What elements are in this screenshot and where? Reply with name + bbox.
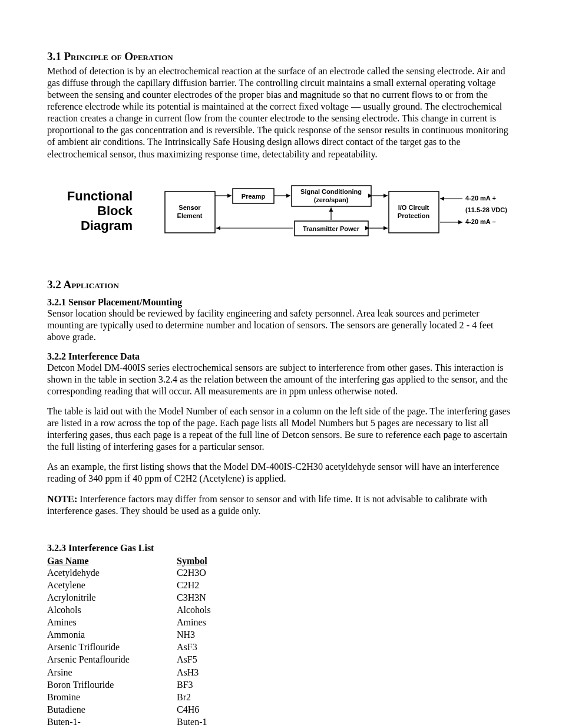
diagram-label-420-minus: 4-20 mA – — [465, 218, 496, 225]
note-body: Interference factors may differ from sen… — [47, 494, 487, 516]
gas-name-cell: Arsine — [47, 666, 177, 678]
table-row: AlcoholsAlcohols — [47, 604, 515, 616]
section-3-2-1-heading: 3.2.1 Sensor Placement/Mounting — [47, 297, 515, 308]
gas-symbol-cell: AsF3 — [177, 641, 197, 653]
gas-name-cell: Arsenic Pentaflouride — [47, 653, 177, 666]
table-row: ArsineAsH3 — [47, 666, 515, 678]
table-header-row: Gas Name Symbol — [47, 556, 515, 566]
table-row: BromineBr2 — [47, 691, 515, 703]
gas-symbol-cell: AsF5 — [177, 653, 197, 666]
note-paragraph: NOTE: Interference factors may differ fr… — [47, 493, 515, 517]
gas-name-cell: Butadiene — [47, 703, 177, 716]
section-3-2-number: 3.2 — [47, 278, 61, 291]
gas-name-cell: Ammonia — [47, 628, 177, 641]
diagram-title-2: Block — [97, 203, 133, 218]
section-3-2-2-heading: 3.2.2 Interference Data — [47, 351, 515, 362]
diagram-preamp: Preamp — [242, 193, 266, 200]
gas-name-cell: Arsenic Triflouride — [47, 641, 177, 653]
gas-name-cell: Acetyldehyde — [47, 566, 177, 579]
functional-block-diagram: Functional Block Diagram Sensor Element … — [47, 183, 515, 250]
gas-symbol-cell: Br2 — [177, 691, 191, 703]
table-row: Arsenic TriflourideAsF3 — [47, 641, 515, 653]
gas-name-cell: Buten-1- — [47, 716, 177, 728]
table-row: Boron TriflourideBF3 — [47, 678, 515, 691]
gas-name-cell: Alcohols — [47, 604, 177, 616]
table-row: Arsenic PentaflourideAsF5 — [47, 653, 515, 666]
diagram-io-l2: Protection — [398, 212, 430, 219]
gas-symbol-cell: Buten-1 — [177, 716, 207, 728]
gas-symbol-cell: AsH3 — [177, 666, 199, 678]
gas-symbol-cell: Alcohols — [177, 604, 211, 616]
diagram-sensor-l2: Element — [177, 212, 203, 219]
table-row: AcetyleneC2H2 — [47, 579, 515, 591]
gas-symbol-cell: Amines — [177, 616, 206, 628]
diagram-io-l1: I/O Circuit — [398, 204, 429, 211]
gas-symbol-cell: C4H6 — [177, 703, 199, 716]
diagram-label-vdc: (11.5-28 VDC) — [465, 206, 507, 213]
section-3-2-2-body-2: The table is laid out with the Model Num… — [47, 406, 515, 453]
table-row: AmmoniaNH3 — [47, 628, 515, 641]
section-3-2-3-heading: 3.2.3 Interference Gas List — [47, 543, 515, 554]
section-3-1-heading: 3.1 Principle of Operation — [47, 50, 515, 63]
section-3-2-title: Application — [63, 278, 118, 291]
gas-symbol-cell: NH3 — [177, 628, 195, 641]
diagram-sensor-l1: Sensor — [178, 204, 201, 211]
section-3-2-2-body-1: Detcon Model DM-400IS series electrochem… — [47, 362, 515, 397]
section-3-1-number: 3.1 — [47, 50, 61, 62]
gas-symbol-cell: C3H3N — [177, 591, 206, 604]
gas-name-cell: Amines — [47, 616, 177, 628]
gas-name-cell: Acrylonitrile — [47, 591, 177, 604]
gas-name-cell: Acetylene — [47, 579, 177, 591]
diagram-signal-l2: (zero/span) — [314, 196, 349, 203]
gas-name-cell: Boron Triflouride — [47, 678, 177, 691]
table-row: ButadieneC4H6 — [47, 703, 515, 716]
section-3-1-title: Principle of Operation — [64, 50, 173, 62]
gas-symbol-cell: C2H2 — [177, 579, 199, 591]
table-row: Buten-1-Buten-1 — [47, 716, 515, 728]
col-header-gas-name: Gas Name — [47, 556, 177, 566]
table-row: AcrylonitrileC3H3N — [47, 591, 515, 604]
gas-name-cell: Bromine — [47, 691, 177, 703]
section-3-2-2-body-3: As an example, the first listing shows t… — [47, 461, 515, 485]
section-3-2-heading: 3.2 Application — [47, 278, 515, 291]
gas-symbol-cell: BF3 — [177, 678, 193, 691]
diagram-signal-l1: Signal Conditioning — [300, 188, 362, 195]
section-3-2-1-body: Sensor location should be reviewed by fa… — [47, 308, 515, 343]
diagram-power: Transmitter Power — [303, 225, 360, 232]
gas-symbol-cell: C2H3O — [177, 566, 206, 579]
note-label: NOTE: — [47, 494, 77, 505]
diagram-title-3: Diagram — [81, 218, 133, 233]
col-header-symbol: Symbol — [177, 556, 207, 566]
interference-gas-table: Gas Name Symbol AcetyldehydeC2H3OAcetyle… — [47, 556, 515, 728]
table-row: AminesAmines — [47, 616, 515, 628]
section-3-1-body: Method of detection is by an electrochem… — [47, 65, 515, 160]
table-row: AcetyldehydeC2H3O — [47, 566, 515, 579]
diagram-title-1: Functional — [67, 189, 133, 203]
diagram-label-420-plus: 4-20 mA + — [465, 195, 496, 202]
